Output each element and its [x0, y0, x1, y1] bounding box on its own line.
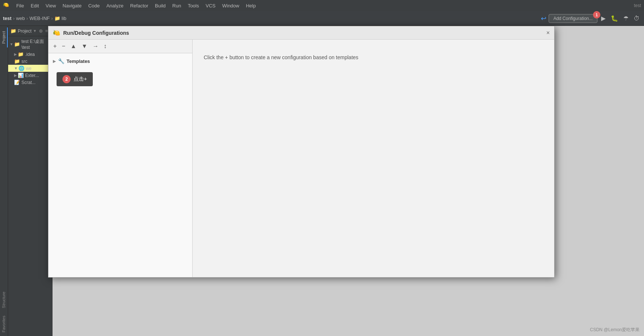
side-tabs: Project Structure Favorites	[0, 26, 8, 336]
config-hint-text: Click the + button to create a new confi…	[204, 54, 358, 60]
step2-badge: 2	[62, 75, 71, 83]
ci-label-templates: Templates	[67, 58, 90, 64]
tree-item-idea[interactable]: ▶ 📁 .idea	[8, 51, 52, 58]
folder-icon: 📁	[54, 16, 60, 21]
add-config-wrapper: Add Configuration... 1	[549, 14, 597, 23]
config-tree: ▶ 🔧 Templates	[48, 53, 192, 277]
breadcrumb-item-lib: 📁 lib	[54, 16, 67, 21]
toolbar-right: ↩ Add Configuration... 1 ▶ 🐛 ☂ ⏱	[541, 13, 641, 23]
breadcrumb-sep-3: ›	[51, 16, 53, 21]
dialog-close-button[interactable]: ×	[546, 30, 550, 36]
panel-title: Project	[18, 28, 31, 34]
menu-file[interactable]: File	[13, 2, 27, 9]
tree-label-src: src	[21, 59, 27, 64]
project-folder-icon: 📁	[10, 28, 16, 34]
breadcrumb-item-webinf[interactable]: WEB-INF	[30, 16, 50, 21]
debug-button[interactable]: 🐛	[609, 13, 620, 23]
arrow-icon-we: ▼	[14, 66, 18, 70]
breadcrumb-sep-1: ›	[13, 16, 14, 21]
folder-icon-we: 🌐	[18, 65, 24, 71]
panel-dropdown-icon[interactable]: ▼	[33, 29, 37, 33]
tree-item-ext[interactable]: ▶ 📊 Exter...	[8, 72, 52, 79]
tree-label-test: test E:\桌面\test	[21, 38, 51, 50]
sidebar-tab-structure[interactable]: Structure	[0, 288, 8, 312]
run-button[interactable]: ▶	[600, 13, 607, 23]
folder-icon-src: 📁	[14, 58, 20, 64]
menu-edit[interactable]: Edit	[28, 2, 42, 9]
menu-window[interactable]: Window	[219, 2, 242, 9]
tree-item-we[interactable]: ▼ 🌐 we	[8, 65, 52, 72]
menu-refactor[interactable]: Refactor	[127, 2, 151, 9]
back-icon[interactable]: ↩	[541, 14, 546, 23]
menu-view[interactable]: View	[43, 2, 59, 9]
sidebar-tab-project[interactable]: Project	[0, 27, 8, 47]
tooltip-content: 2 点击+	[62, 75, 87, 83]
ci-template-icon: 🔧	[58, 58, 64, 64]
tree-label-scratch: Scrat...	[21, 80, 35, 85]
run-debug-dialog: 🍋 Run/Debug Configurations × + − ▲ ▼ → ↕…	[48, 26, 555, 278]
add-configuration-button[interactable]: Add Configuration...	[549, 14, 597, 23]
arrow-icon-ext: ▶	[14, 73, 17, 77]
breadcrumb-sep-2: ›	[26, 16, 28, 21]
menu-run[interactable]: Run	[169, 2, 184, 9]
arrow-icon: ▼	[10, 42, 13, 46]
ci-arrow-icon: ▶	[53, 59, 56, 64]
folder-icon-ext: 📊	[18, 73, 24, 78]
project-tree: ▼ 📁 test E:\桌面\test ▶ 📁 .idea 📁 src ▼ 🌐 …	[8, 36, 52, 336]
menu-bar: 🍋 File Edit View Navigate Code Analyze R…	[0, 0, 644, 11]
arrow-icon-idea: ▶	[14, 52, 17, 56]
coverage-button[interactable]: ☂	[622, 13, 630, 23]
menu-tools[interactable]: Tools	[185, 2, 202, 9]
app-icon: 🍋	[3, 2, 10, 9]
sidebar-tab-favorites[interactable]: Favorites	[0, 312, 8, 336]
project-panel: 📁 Project ▼ ⊕ ≡ ⚙ − ▼ 📁 test E:\桌面\test …	[8, 26, 52, 336]
dialog-icon: 🍋	[53, 29, 60, 36]
dialog-title-bar: 🍋 Run/Debug Configurations ×	[48, 26, 554, 40]
menu-build[interactable]: Build	[152, 2, 169, 9]
folder-icon-test: 📁	[14, 41, 20, 47]
tree-item-src[interactable]: 📁 src	[8, 58, 52, 65]
breadcrumb-item-test[interactable]: test	[3, 16, 11, 21]
config-move-down-button[interactable]: ▼	[80, 42, 89, 51]
dialog-title: Run/Debug Configurations	[63, 30, 543, 36]
watermark: CSDN @Lemon爱吃苹果	[590, 327, 640, 333]
tree-item-scratch[interactable]: 📝 Scrat...	[8, 79, 52, 86]
config-copy-button[interactable]: →	[91, 42, 100, 51]
tree-item-test[interactable]: ▼ 📁 test E:\桌面\test	[8, 38, 52, 51]
toolbar: test › web › WEB-INF › 📁 lib ↩ Add Confi…	[0, 11, 644, 26]
tree-label-idea: .idea	[25, 52, 35, 57]
panel-header: 📁 Project ▼ ⊕ ≡ ⚙ −	[8, 26, 52, 36]
breadcrumb-item-web[interactable]: web	[16, 16, 25, 21]
tooltip-label: 点击+	[74, 76, 87, 83]
dialog-body: + − ▲ ▼ → ↕ ▶ 🔧 Templates Click the + bu…	[48, 40, 554, 277]
tree-label-ext: Exter...	[25, 73, 39, 78]
config-move-up-button[interactable]: ▲	[69, 42, 78, 51]
menu-help[interactable]: Help	[243, 2, 259, 9]
breadcrumb: test › web › WEB-INF › 📁 lib	[3, 16, 67, 21]
tree-label-we: we	[26, 66, 31, 71]
folder-icon-scratch: 📝	[14, 80, 20, 85]
panel-locate-btn[interactable]: ⊕	[38, 27, 44, 34]
app-title: test	[634, 3, 641, 8]
menu-analyze[interactable]: Analyze	[104, 2, 126, 9]
config-sort-button[interactable]: ↕	[102, 42, 108, 51]
config-toolbar: + − ▲ ▼ → ↕	[48, 40, 192, 53]
menu-navigate[interactable]: Navigate	[60, 2, 84, 9]
menu-code[interactable]: Code	[85, 2, 103, 9]
config-add-button[interactable]: +	[51, 42, 58, 51]
menu-vcs[interactable]: VCS	[203, 2, 218, 9]
folder-icon-idea: 📁	[18, 51, 24, 57]
tooltip-overlay: 2 点击+	[57, 72, 93, 86]
config-remove-button[interactable]: −	[60, 42, 67, 51]
config-tree-item-templates[interactable]: ▶ 🔧 Templates	[48, 56, 192, 66]
config-detail-panel: Click the + button to create a new confi…	[193, 40, 554, 277]
step1-badge: 1	[593, 11, 600, 19]
profile-button[interactable]: ⏱	[632, 14, 641, 23]
